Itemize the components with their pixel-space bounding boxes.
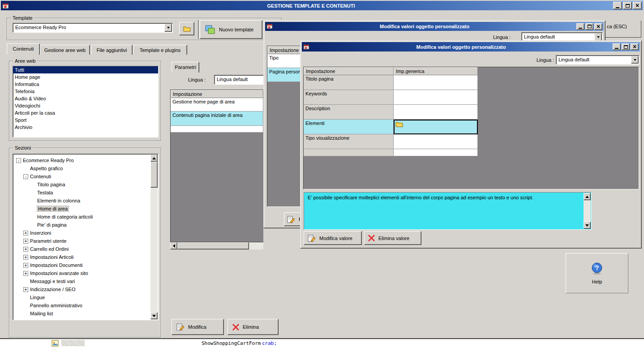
- tree-item[interactable]: -Contenuti: [14, 172, 150, 180]
- info-scrollbar[interactable]: [584, 193, 591, 229]
- table-row[interactable]: Description: [304, 105, 478, 120]
- tree-expander-icon[interactable]: +: [23, 271, 28, 276]
- parametri-table-hscroll[interactable]: [170, 242, 263, 249]
- minimize-button[interactable]: [613, 43, 621, 50]
- scroll-left-button[interactable]: [170, 242, 177, 249]
- help-button[interactable]: ? Help: [566, 253, 628, 293]
- folder-icon[interactable]: [395, 121, 403, 127]
- table-row-selected[interactable]: Elementi: [304, 120, 478, 134]
- lingua-combo[interactable]: Lingua default: [556, 55, 640, 64]
- tree-item[interactable]: +Indicizzazione / SEO: [14, 285, 150, 293]
- tree-item[interactable]: Elementi in colonna: [14, 197, 150, 205]
- background-widget-fragment[interactable]: [52, 340, 85, 347]
- maximize-button[interactable]: [623, 2, 632, 9]
- minimize-button[interactable]: [613, 2, 622, 9]
- elimina-button[interactable]: Elimina: [228, 319, 279, 335]
- list-item-informatica[interactable]: Informatica: [13, 81, 158, 88]
- table-row-selected[interactable]: Contenuti pagina iniziale di area: [171, 112, 263, 126]
- tree-item[interactable]: +Inserzioni: [14, 229, 150, 237]
- list-item-tutti[interactable]: Tutti: [13, 66, 158, 73]
- scroll-down-button[interactable]: [150, 312, 158, 319]
- close-button[interactable]: [633, 2, 642, 9]
- list-item-home-page[interactable]: Home page: [13, 73, 158, 81]
- scroll-up-button[interactable]: [584, 193, 591, 200]
- tree-item[interactable]: Titolo pagina: [14, 180, 150, 189]
- lingua-combo-arrow[interactable]: [631, 56, 639, 64]
- tree-item[interactable]: +Carrello ed Ordini: [14, 245, 150, 253]
- table-row-empty[interactable]: [171, 126, 263, 133]
- tree-item[interactable]: Aspetto grafico: [14, 164, 150, 172]
- tree-item[interactable]: +Impostazioni Documenti: [14, 261, 150, 269]
- setting-value-cell[interactable]: [394, 105, 478, 120]
- list-item-articoli-per-la-casa[interactable]: Articoli per la casa: [13, 109, 158, 116]
- tree-scrollbar[interactable]: [150, 155, 158, 319]
- dialog-titlebar[interactable]: Modifica valori oggetto personalizzato: [265, 22, 604, 31]
- template-combo[interactable]: Ecommerce Ready Pro: [13, 23, 173, 33]
- modifica-button[interactable]: Modifica: [172, 319, 224, 335]
- tree-expander-icon[interactable]: +: [23, 247, 28, 252]
- scrollbar-thumb[interactable]: [177, 242, 249, 249]
- setting-value-cell[interactable]: [394, 90, 478, 105]
- minimize-button[interactable]: [576, 23, 584, 30]
- tree-item[interactable]: Messaggi e testi vari: [14, 277, 150, 285]
- setting-name-cell[interactable]: Titolo pagina: [304, 75, 394, 90]
- setting-name-cell[interactable]: Keywords: [304, 90, 394, 105]
- list-item-archivio[interactable]: Archivio: [13, 124, 158, 131]
- tree-item[interactable]: +Parametri utente: [14, 237, 150, 245]
- setting-name-cell[interactable]: Tipo visualizzazione: [304, 134, 394, 149]
- tree-expander-icon[interactable]: +: [23, 231, 28, 236]
- tree-item[interactable]: Pie' di pagina: [14, 221, 150, 229]
- setting-value-cell[interactable]: [394, 149, 478, 156]
- tree-item[interactable]: Testata: [14, 189, 150, 197]
- tree-item[interactable]: +Impostazioni avanzate sito: [14, 269, 150, 277]
- tree-item[interactable]: Spese trasporto/incasso gratuite: [14, 318, 150, 318]
- modifica-valore-button[interactable]: Modifica valore: [304, 231, 362, 245]
- maximize-button[interactable]: [622, 43, 630, 50]
- table-row[interactable]: Titolo pagina: [304, 75, 478, 90]
- open-template-button[interactable]: [179, 22, 194, 35]
- template-combo-arrow[interactable]: [164, 24, 172, 32]
- maximize-button[interactable]: [585, 23, 593, 30]
- tree-item[interactable]: Mailing list: [14, 309, 150, 318]
- scrollbar-thumb[interactable]: [150, 162, 158, 188]
- tree-expander-icon[interactable]: -: [16, 158, 21, 163]
- close-button[interactable]: [631, 43, 639, 50]
- tree-expander-icon[interactable]: +: [23, 239, 28, 244]
- tree-expander-icon[interactable]: -: [23, 174, 28, 179]
- list-item-sport[interactable]: Sport: [13, 116, 158, 124]
- list-item-audio-video[interactable]: Audio & Video: [13, 95, 158, 102]
- setting-name-cell[interactable]: Elementi: [304, 120, 394, 134]
- setting-value-editor[interactable]: [394, 120, 478, 134]
- tree-item[interactable]: Lingue: [14, 293, 150, 301]
- new-template-button[interactable]: Nuovo template: [200, 20, 262, 39]
- setting-name-cell[interactable]: Description: [304, 105, 394, 120]
- scroll-up-button[interactable]: [150, 155, 158, 162]
- scroll-down-button[interactable]: [584, 222, 591, 229]
- close-button[interactable]: [594, 23, 602, 30]
- tab-template-e-plugins[interactable]: Template e plugins: [133, 45, 187, 55]
- tree-item-selected[interactable]: Home di area: [14, 205, 150, 213]
- tree-expander-icon[interactable]: +: [23, 263, 28, 268]
- setting-name-cell[interactable]: [304, 149, 394, 156]
- tree-item[interactable]: Home di categoria articoli: [14, 213, 150, 221]
- dialog-titlebar[interactable]: Modifica valori oggetto personalizzato: [302, 42, 640, 52]
- setting-value-cell[interactable]: [394, 75, 478, 90]
- tree-expander-icon[interactable]: +: [23, 255, 28, 260]
- elimina-valore-button[interactable]: Elimina valore: [364, 231, 421, 245]
- table-row[interactable]: Tipo visualizzazione: [304, 134, 478, 149]
- esc-button-fragment[interactable]: ca (ESC): [605, 21, 641, 38]
- tab-contenuti[interactable]: Contenuti: [7, 43, 40, 55]
- tree-item[interactable]: Pannello amministrativo: [14, 301, 150, 309]
- tab-parametri[interactable]: Parametri: [172, 62, 199, 73]
- main-titlebar[interactable]: GESTIONE TEMPLATE E CONTENUTI: [1, 1, 643, 10]
- tab-file-aggiuntivi[interactable]: File aggiuntivi: [91, 45, 133, 55]
- list-item-telefonia[interactable]: Telefonia: [13, 88, 158, 95]
- tree-item[interactable]: -Ecommerce Ready Pro: [14, 156, 150, 164]
- table-row-empty[interactable]: [304, 149, 478, 156]
- list-item-videogiochi[interactable]: Videogiochi: [13, 102, 158, 109]
- tree-item[interactable]: +Impostazioni Articoli: [14, 253, 150, 261]
- setting-value-cell[interactable]: [394, 134, 478, 149]
- table-row[interactable]: Gestione home page di area: [171, 98, 263, 112]
- tree-expander-icon[interactable]: +: [23, 287, 28, 292]
- tab-gestione-aree-web[interactable]: Gestione aree web: [40, 45, 90, 55]
